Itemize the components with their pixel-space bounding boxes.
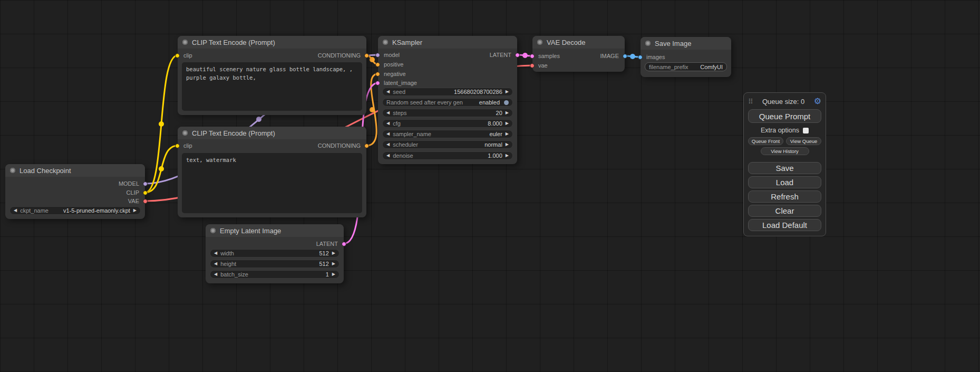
collapse-dot-icon[interactable]: [182, 130, 188, 136]
node-title-bar[interactable]: KSampler: [378, 36, 517, 49]
filename-prefix-widget[interactable]: filename_prefix ComfyUI: [645, 62, 727, 71]
drag-handle-icon[interactable]: ⠿: [748, 98, 753, 106]
collapse-dot-icon[interactable]: [645, 41, 651, 46]
view-history-button[interactable]: View History: [761, 147, 809, 155]
output-latent[interactable]: LATENT: [486, 51, 520, 59]
increment-arrow-icon[interactable]: ▶: [506, 142, 509, 147]
decrement-arrow-icon[interactable]: ◀: [386, 154, 390, 158]
node-graph-canvas[interactable]: Load Checkpoint MODEL CLIP VAE ◀ ckpt_na…: [0, 0, 980, 372]
output-image[interactable]: IMAGE: [597, 52, 627, 60]
output-conditioning[interactable]: CONDITIONING: [314, 142, 369, 149]
node-title-bar[interactable]: CLIP Text Encode (Prompt): [178, 36, 366, 49]
input-clip[interactable]: clip: [175, 142, 196, 149]
refresh-button[interactable]: Refresh: [748, 190, 821, 203]
clip-port-dot[interactable]: [143, 190, 148, 195]
latent-port-dot[interactable]: [342, 242, 346, 246]
batch-size-widget[interactable]: ◀ batch_size 1 ▶: [210, 270, 339, 279]
input-positive[interactable]: positive: [375, 61, 407, 68]
decrement-arrow-icon[interactable]: ◀: [214, 262, 217, 266]
output-vae[interactable]: VAE: [124, 197, 148, 205]
node-clip-text-encode-positive[interactable]: CLIP Text Encode (Prompt) clip CONDITION…: [178, 36, 366, 115]
decrement-arrow-icon[interactable]: ◀: [386, 132, 390, 136]
decrement-arrow-icon[interactable]: ◀: [386, 121, 390, 126]
latent-port-dot[interactable]: [530, 54, 535, 59]
output-clip[interactable]: CLIP: [123, 189, 148, 196]
decrement-arrow-icon[interactable]: ◀: [386, 90, 390, 94]
node-title-bar[interactable]: VAE Decode: [532, 36, 625, 49]
sampler-name-widget[interactable]: ◀ sampler_name euler ▶: [382, 130, 513, 138]
negative-prompt-textarea[interactable]: text, watermark: [182, 153, 362, 213]
increment-arrow-icon[interactable]: ▶: [506, 111, 509, 115]
increment-arrow-icon[interactable]: ▶: [506, 132, 509, 136]
node-clip-text-encode-negative[interactable]: CLIP Text Encode (Prompt) clip CONDITION…: [178, 127, 366, 217]
collapse-dot-icon[interactable]: [537, 40, 542, 45]
conditioning-port-dot[interactable]: [375, 72, 380, 77]
node-title-bar[interactable]: Load Checkpoint: [5, 164, 145, 177]
load-default-button[interactable]: Load Default: [748, 219, 821, 231]
conditioning-port-dot[interactable]: [364, 53, 369, 58]
collapse-dot-icon[interactable]: [210, 228, 216, 233]
increment-arrow-icon[interactable]: ▶: [332, 262, 335, 266]
increment-arrow-icon[interactable]: ▶: [332, 272, 335, 276]
collapse-dot-icon[interactable]: [10, 168, 15, 173]
width-widget[interactable]: ◀ width 512 ▶: [210, 249, 339, 257]
conditioning-port-dot[interactable]: [364, 144, 369, 148]
settings-gear-icon[interactable]: ⚙: [814, 97, 821, 106]
save-button[interactable]: Save: [748, 162, 821, 174]
vae-port-dot[interactable]: [530, 63, 535, 68]
increment-arrow-icon[interactable]: ▶: [506, 121, 509, 126]
model-port-dot[interactable]: [143, 182, 148, 186]
collapse-dot-icon[interactable]: [383, 40, 388, 45]
collapse-dot-icon[interactable]: [182, 40, 188, 45]
decrement-arrow-icon[interactable]: ◀: [14, 208, 17, 213]
latent-port-dot[interactable]: [375, 81, 380, 85]
input-clip[interactable]: clip: [175, 52, 196, 59]
queue-front-button[interactable]: Queue Front: [748, 137, 783, 145]
load-button[interactable]: Load: [748, 176, 821, 188]
increment-arrow-icon[interactable]: ▶: [506, 90, 509, 94]
clip-port-dot[interactable]: [175, 144, 180, 148]
toggle-indicator-icon[interactable]: [504, 100, 509, 105]
input-latent-image[interactable]: latent_image: [375, 79, 421, 87]
steps-widget[interactable]: ◀ steps 20 ▶: [382, 109, 513, 117]
node-vae-decode[interactable]: VAE Decode samples vae IMAGE: [532, 36, 625, 72]
queue-prompt-button[interactable]: Queue Prompt: [748, 109, 821, 123]
vae-port-dot[interactable]: [143, 199, 148, 204]
input-model[interactable]: model: [375, 51, 403, 59]
node-save-image[interactable]: Save Image images filename_prefix ComfyU…: [641, 37, 731, 77]
increment-arrow-icon[interactable]: ▶: [332, 251, 335, 255]
node-title-bar[interactable]: Save Image: [641, 37, 731, 50]
node-title-bar[interactable]: CLIP Text Encode (Prompt): [178, 127, 366, 139]
model-port-dot[interactable]: [375, 53, 380, 58]
increment-arrow-icon[interactable]: ▶: [133, 208, 137, 213]
input-images[interactable]: images: [638, 53, 668, 61]
decrement-arrow-icon[interactable]: ◀: [386, 111, 390, 115]
image-port-dot[interactable]: [638, 55, 643, 60]
node-ksampler[interactable]: KSampler model positive negative latent_…: [378, 36, 517, 164]
input-samples[interactable]: samples: [530, 52, 564, 60]
scheduler-widget[interactable]: ◀ scheduler normal ▶: [382, 140, 513, 149]
decrement-arrow-icon[interactable]: ◀: [386, 142, 390, 147]
random-seed-toggle-widget[interactable]: Random seed after every gen enabled: [382, 98, 513, 107]
increment-arrow-icon[interactable]: ▶: [506, 154, 509, 158]
output-conditioning[interactable]: CONDITIONING: [314, 52, 369, 59]
image-port-dot[interactable]: [623, 54, 627, 59]
denoise-widget[interactable]: ◀ denoise 1.000 ▶: [382, 151, 513, 160]
decrement-arrow-icon[interactable]: ◀: [214, 272, 217, 276]
height-widget[interactable]: ◀ height 512 ▶: [210, 260, 339, 268]
ckpt-name-widget[interactable]: ◀ ckpt_name v1-5-pruned-emaonly.ckpt ▶: [9, 206, 141, 215]
clear-button[interactable]: Clear: [748, 205, 821, 217]
decrement-arrow-icon[interactable]: ◀: [214, 251, 217, 255]
output-latent[interactable]: LATENT: [313, 240, 346, 247]
input-vae[interactable]: vae: [530, 62, 551, 69]
latent-port-dot[interactable]: [515, 53, 520, 58]
extra-options-checkbox[interactable]: [803, 128, 809, 133]
seed-widget[interactable]: ◀ seed 156680208700286 ▶: [382, 88, 513, 96]
output-model[interactable]: MODEL: [115, 180, 148, 187]
positive-prompt-textarea[interactable]: beautiful scenery nature glass bottle la…: [182, 62, 362, 111]
node-load-checkpoint[interactable]: Load Checkpoint MODEL CLIP VAE ◀ ckpt_na…: [5, 164, 145, 219]
cfg-widget[interactable]: ◀ cfg 8.000 ▶: [382, 119, 513, 128]
view-queue-button[interactable]: View Queue: [786, 137, 821, 145]
node-empty-latent-image[interactable]: Empty Latent Image LATENT ◀ width 512 ▶ …: [206, 224, 344, 283]
node-title-bar[interactable]: Empty Latent Image: [206, 224, 344, 237]
